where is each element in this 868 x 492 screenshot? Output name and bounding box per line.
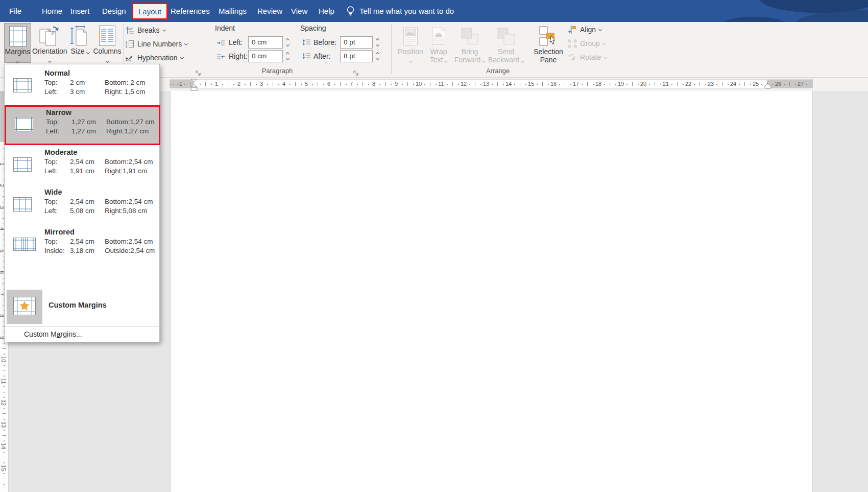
bring-forward-button[interactable]: Bring Forward: [453, 23, 486, 64]
wrap-text-button[interactable]: Wrap Text: [426, 23, 451, 64]
group-separator: [391, 24, 392, 74]
menu-tab[interactable]: View: [289, 0, 309, 22]
position-label: Position: [398, 48, 423, 56]
selection-pane-label-2: Pane: [540, 56, 557, 64]
indent-left-icon: [216, 39, 225, 49]
chevron-down-icon: [47, 59, 51, 63]
line-numbers-label: Line Numbers: [137, 40, 182, 48]
chevron-down-icon: [162, 28, 166, 31]
send-backward-icon: [488, 25, 524, 48]
indent-header: Indent: [215, 24, 235, 32]
rotate-icon: [568, 53, 577, 61]
send-backward-button[interactable]: Send Backward: [488, 23, 524, 64]
menu-tab[interactable]: File: [7, 0, 23, 22]
margin-preset-icon: [14, 116, 34, 134]
columns-button[interactable]: Columns: [93, 23, 122, 63]
margins-dropdown-menu: Normal Top:2 cmBottom: 2 cm Left:3 cmRig…: [4, 64, 160, 342]
titlebar-decoration: [648, 0, 868, 22]
spacing-after-icon: [302, 53, 311, 62]
margins-icon: [5, 25, 31, 48]
margins-menu-item[interactable]: Moderate Top:2,54 cmBottom:2,54 cm Left:…: [5, 147, 160, 184]
breaks-icon: [126, 26, 134, 34]
spacing-before-icon: [302, 39, 311, 48]
menu-tab[interactable]: Help: [317, 0, 336, 22]
indent-markers[interactable]: [190, 79, 198, 92]
margin-preset-name: Mirrored: [44, 228, 75, 236]
group-button[interactable]: Group: [568, 38, 606, 49]
arrange-group-label: Arrange: [486, 67, 510, 75]
hyphenation-icon: a- bc: [126, 54, 134, 62]
menu-tab[interactable]: References: [168, 0, 212, 22]
line-numbers-button[interactable]: 1 2 3 Line Numbers: [126, 38, 187, 50]
right-indent-marker[interactable]: [764, 83, 772, 89]
spacing-after-field[interactable]: 8 pt: [340, 50, 373, 62]
chevron-down-icon: [86, 51, 90, 54]
wrap-text-icon: [426, 25, 451, 48]
rotate-label: Rotate: [580, 53, 601, 61]
document-page[interactable]: [170, 91, 813, 492]
position-button[interactable]: Position: [396, 23, 425, 64]
menu-tab-label: File: [9, 7, 21, 15]
page-setup-dialog-launcher[interactable]: [196, 69, 201, 78]
word-application-window: File Home Insert Design Layout Reference…: [0, 0, 868, 492]
group-separator: [203, 24, 203, 74]
breaks-button[interactable]: Breaks: [126, 24, 165, 36]
chevron-down-icon: [444, 59, 448, 63]
chevron-down-icon: [105, 59, 109, 63]
margins-menu-item[interactable]: Mirrored Top:2,54 cmBottom:2,54 cm Insid…: [5, 226, 160, 264]
margins-menu-item[interactable]: Wide Top:2,54 cmBottom:2,54 cm Left:5,08…: [5, 186, 160, 224]
size-button[interactable]: Size: [68, 23, 92, 63]
menu-tab-label: Layout: [138, 7, 161, 16]
indent-right-label: Right:: [229, 52, 248, 60]
orientation-icon: [32, 25, 67, 47]
margins-button[interactable]: Margins: [4, 23, 31, 63]
spacing-before-field[interactable]: 0 pt: [340, 36, 373, 49]
selection-pane-label-1: Selection: [534, 48, 563, 56]
hyphenation-button[interactable]: a- bc Hyphenation: [126, 52, 183, 64]
chevron-down-icon: [602, 41, 606, 44]
menu-tab[interactable]: Home: [40, 0, 64, 22]
hyphenation-label: Hyphenation: [137, 54, 178, 62]
menu-tab[interactable]: Mailings: [216, 0, 249, 22]
custom-margins-gallery-item[interactable]: [7, 290, 42, 324]
selection-pane-button[interactable]: Selection Pane: [531, 23, 566, 64]
orientation-button[interactable]: Orientation: [32, 23, 67, 63]
bring-forward-label-2: Forward: [454, 56, 480, 64]
indent-left-field[interactable]: 0 cm: [248, 36, 283, 49]
indent-right-field[interactable]: 0 cm: [248, 50, 283, 62]
custom-margins-command[interactable]: Custom Margins...: [5, 327, 160, 341]
line-numbers-icon: 1 2 3: [126, 40, 134, 48]
tell-me-box[interactable]: Tell me what you want to do: [346, 0, 454, 22]
rotate-button[interactable]: Rotate: [568, 52, 607, 63]
indent-left-label: Left:: [229, 38, 243, 46]
svg-text:3: 3: [126, 45, 127, 48]
menu-tab[interactable]: Review: [255, 0, 284, 22]
lightbulb-icon: [346, 5, 355, 17]
wrap-text-label-1: Wrap: [430, 48, 447, 56]
margins-menu-item[interactable]: Normal Top:2 cmBottom: 2 cm Left:3 cmRig…: [5, 67, 160, 105]
spacing-before-label: Before:: [314, 38, 336, 46]
orientation-button-label: Orientation: [32, 47, 67, 55]
indent-left-spinner[interactable]: [284, 36, 291, 49]
paragraph-dialog-launcher[interactable]: [353, 69, 359, 78]
custom-margins-gallery-label[interactable]: Custom Margins: [49, 301, 107, 309]
chevron-down-icon: [604, 55, 607, 58]
align-button[interactable]: Align: [568, 24, 601, 35]
menu-tab[interactable]: Insert: [68, 0, 92, 22]
spacing-after-spinner[interactable]: [374, 50, 381, 62]
menu-tab-label: View: [291, 7, 307, 15]
spacing-before-spinner[interactable]: [374, 36, 381, 49]
align-label: Align: [580, 26, 596, 34]
ruler-ticks: 1123456789101112131415161718192021222324…: [170, 80, 813, 88]
menu-tab[interactable]: Layout: [132, 3, 168, 20]
menu-tab[interactable]: Design: [100, 0, 128, 22]
margin-preset-name: Narrow: [46, 108, 71, 116]
spacing-after-label: After:: [314, 52, 330, 60]
paragraph-group-label: Paragraph: [262, 67, 293, 75]
menu-tab-label: Design: [102, 7, 126, 15]
chevron-down-icon: [598, 27, 602, 31]
margins-menu-item[interactable]: Narrow Top:1,27 cmBottom:1,27 cm Left:1,…: [5, 105, 160, 145]
indent-right-spinner[interactable]: [284, 50, 291, 62]
position-icon: [396, 25, 425, 48]
margins-button-label: Margins: [5, 48, 31, 56]
